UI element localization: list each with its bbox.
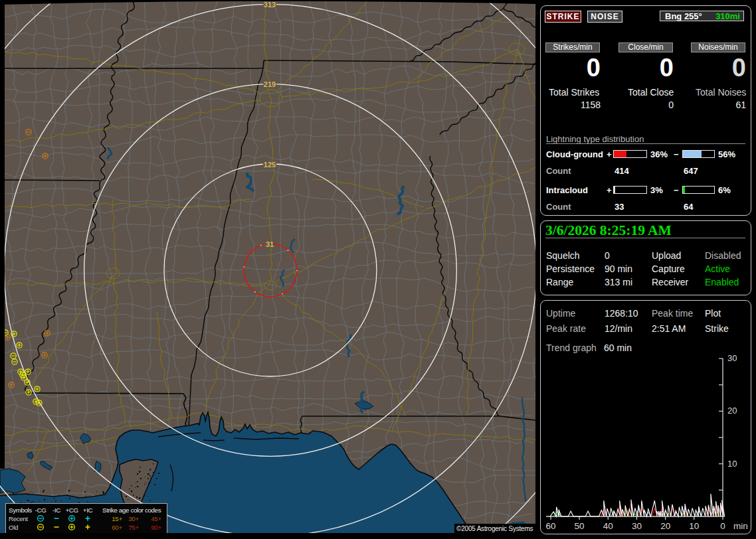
svg-text:30+: 30+ xyxy=(128,515,139,522)
svg-text:Symbols: Symbols xyxy=(9,506,32,514)
svg-text:10: 10 xyxy=(689,521,699,531)
svg-text:50: 50 xyxy=(575,521,585,531)
svg-text:219: 219 xyxy=(264,80,276,88)
svg-text:30: 30 xyxy=(727,353,737,363)
svg-text:90+: 90+ xyxy=(151,524,161,531)
svg-text:-IC: -IC xyxy=(52,506,60,514)
svg-text:+IC: +IC xyxy=(83,506,93,514)
svg-text:60+: 60+ xyxy=(112,524,122,531)
svg-text:40: 40 xyxy=(603,521,613,531)
svg-text:313: 313 xyxy=(264,1,276,9)
svg-text:Strike age color codes: Strike age color codes xyxy=(102,506,161,514)
svg-text:Old: Old xyxy=(9,524,18,531)
svg-text:20: 20 xyxy=(727,406,737,416)
svg-text:75+: 75+ xyxy=(128,524,139,531)
svg-text:125: 125 xyxy=(264,161,276,169)
svg-text:0: 0 xyxy=(720,521,725,531)
svg-text:10: 10 xyxy=(727,459,737,469)
svg-text:31: 31 xyxy=(266,240,274,248)
svg-text:Recent: Recent xyxy=(9,515,28,522)
svg-text:+CG: +CG xyxy=(65,506,78,514)
svg-text:45+: 45+ xyxy=(151,515,161,522)
svg-text:-CG: -CG xyxy=(35,506,47,514)
svg-text:©2005 Astrogenic Systems: ©2005 Astrogenic Systems xyxy=(456,525,533,532)
svg-text:20: 20 xyxy=(660,521,670,531)
svg-text:15+: 15+ xyxy=(112,515,122,522)
svg-text:60: 60 xyxy=(545,521,555,531)
svg-text:30: 30 xyxy=(632,521,642,531)
svg-text:min: min xyxy=(733,521,748,531)
